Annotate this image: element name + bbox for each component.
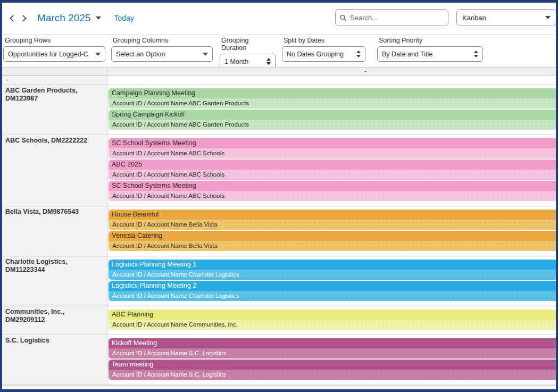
period-label[interactable]: March 2025 [37, 12, 90, 24]
group-rows-container: ABC Garden Products, DM123987Campaign Pl… [2, 85, 556, 385]
event-card[interactable]: Kickoff MeetingAccount ID / Account Name… [109, 338, 556, 358]
group-events-cell[interactable]: Logistics Planning Meeting 1Account ID /… [107, 256, 556, 306]
filter-label: Split by Dates [284, 37, 365, 44]
group-row-header[interactable]: Charlotte Logistics, DM11223344 [2, 256, 107, 306]
split-by-dates-select[interactable]: No Dates Grouping [282, 46, 365, 62]
spinner-icon[interactable] [356, 51, 361, 57]
event-subtitle: Account ID / Account Name Charlotte Logi… [109, 270, 556, 280]
group-label: Communities, Inc., DM29209112 [5, 308, 105, 324]
grouping-columns-select[interactable]: Select an Option [111, 46, 213, 62]
group-row: S.C. LogisticsKickoff MeetingAccount ID … [2, 335, 556, 385]
view-mode-select[interactable]: Kanban [456, 9, 556, 26]
event-card[interactable]: House BeautifulAccount ID / Account Name… [109, 210, 556, 230]
group-row-header[interactable]: ABC Schools, DM2222222 [2, 135, 107, 206]
sorting-priority-value: By Date and Title [382, 51, 471, 58]
event-title: House Beautiful [109, 210, 556, 220]
event-title: Logistics Planning Meeting 1 [109, 260, 556, 270]
event-title: ABC Planning [109, 310, 556, 320]
group-label: Charlotte Logistics, DM11223344 [5, 258, 105, 274]
next-period-icon[interactable] [20, 15, 27, 22]
event-subtitle: Account ID / Account Name Charlotte Logi… [109, 291, 556, 301]
group-events-cell[interactable]: Campaign Planning MeetingAccount ID / Ac… [107, 85, 556, 135]
grouping-columns-value: Select an Option [116, 51, 199, 58]
row-header-column [2, 68, 107, 75]
chevron-down-icon [95, 53, 101, 56]
placeholder-row-label: - [2, 76, 107, 85]
event-title: SC School Systems Meeting [109, 138, 556, 148]
filter-grouping-rows: Grouping Rows Opportunities for Logged-C [3, 37, 105, 62]
group-row-header[interactable]: ABC Garden Products, DM123987 [2, 85, 107, 135]
event-subtitle: Account ID / Account Name S.C. Logistics [109, 348, 556, 358]
sorting-priority-select[interactable]: By Date and Title [377, 46, 483, 62]
event-card[interactable]: Logistics Planning Meeting 2Account ID /… [109, 281, 556, 301]
split-by-dates-value: No Dates Grouping [287, 51, 353, 58]
search-input[interactable] [350, 14, 444, 22]
event-title: Spring Campaign Kickoff [109, 110, 556, 120]
search-box[interactable] [335, 9, 448, 26]
event-title: Kickoff Meeting [109, 338, 556, 348]
group-events-cell[interactable]: SC School Systems MeetingAccount ID / Ac… [107, 135, 556, 206]
event-card[interactable]: Venezia CateringAccount ID / Account Nam… [109, 231, 556, 251]
horizontal-scrollbar-track[interactable] [2, 385, 556, 389]
placeholder-row: - [2, 76, 556, 85]
period-dropdown-icon[interactable] [96, 16, 101, 20]
group-events-cell[interactable]: House BeautifulAccount ID / Account Name… [107, 206, 556, 256]
event-subtitle: Account ID / Account Name Communities, I… [109, 320, 556, 330]
group-row-header[interactable]: S.C. Logistics [2, 335, 107, 385]
event-subtitle: Account ID / Account Name ABC Garden Pro… [109, 120, 556, 130]
search-icon [340, 14, 346, 22]
date-navigation: March 2025 Today [11, 12, 134, 24]
chevron-down-icon [203, 53, 208, 56]
event-card[interactable]: SC School Systems MeetingAccount ID / Ac… [109, 181, 556, 201]
event-title: Team meeting [109, 360, 556, 370]
event-title: ABC 2025 [109, 160, 556, 170]
group-row-header[interactable]: Communities, Inc., DM29209112 [2, 306, 107, 335]
time-column-header: - [107, 68, 556, 75]
group-label: ABC Schools, DM2222222 [5, 137, 105, 145]
grouping-rows-select[interactable]: Opportunities for Logged-C [3, 46, 105, 62]
scheduler-window: March 2025 Today Kanban Grouping Rows Op… [0, 0, 558, 392]
today-button[interactable]: Today [114, 14, 134, 22]
filter-label: Grouping Columns [113, 37, 213, 44]
grouping-rows-value: Opportunities for Logged-C [8, 51, 92, 58]
spinner-icon[interactable] [474, 51, 478, 57]
filter-label: Sorting Priority [379, 37, 483, 44]
filter-sorting-priority: Sorting Priority By Date and Title [377, 37, 483, 62]
group-row: Charlotte Logistics, DM11223344Logistics… [2, 256, 556, 306]
event-card[interactable]: SC School Systems MeetingAccount ID / Ac… [109, 138, 556, 159]
event-subtitle: Account ID / Account Name ABC Garden Pro… [109, 98, 556, 109]
grouping-duration-value: 1 Month [224, 58, 263, 65]
column-header-label: - [364, 68, 367, 75]
group-label: S.C. Logistics [5, 337, 105, 345]
group-label: Bella Vista, DM9876543 [5, 208, 105, 216]
event-title: SC School Systems Meeting [109, 181, 556, 191]
group-row: ABC Garden Products, DM123987Campaign Pl… [2, 85, 556, 135]
event-card[interactable]: Logistics Planning Meeting 1Account ID /… [109, 260, 556, 280]
event-subtitle: Account ID / Account Name Bella Vista [109, 220, 556, 230]
event-subtitle: Account ID / Account Name S.C. Logistics [109, 370, 556, 380]
spinner-icon[interactable] [266, 58, 271, 65]
filter-grouping-duration: Grouping Duration 1 Month [220, 37, 276, 69]
group-row-header[interactable]: Bella Vista, DM9876543 [2, 206, 107, 256]
placeholder-row-cells[interactable] [107, 76, 556, 85]
previous-period-icon[interactable] [10, 15, 16, 22]
toolbar: March 2025 Today Kanban [2, 3, 556, 35]
event-card[interactable]: ABC 2025Account ID / Account Name ABC Sc… [109, 160, 556, 180]
group-row: Bella Vista, DM9876543House BeautifulAcc… [2, 206, 556, 256]
grid-column-header: - [2, 67, 556, 76]
group-events-cell[interactable]: Kickoff MeetingAccount ID / Account Name… [107, 335, 556, 385]
event-subtitle: Account ID / Account Name ABC Schools [109, 148, 556, 159]
view-mode-value: Kanban [462, 14, 545, 22]
group-events-cell[interactable]: ABC PlanningAccount ID / Account Name Co… [107, 306, 556, 335]
event-card[interactable]: ABC PlanningAccount ID / Account Name Co… [109, 310, 556, 330]
filter-label: Grouping Rows [5, 37, 105, 44]
event-card[interactable]: Spring Campaign KickoffAccount ID / Acco… [109, 110, 556, 130]
event-title: Campaign Planning Meeting [109, 88, 556, 98]
group-row: ABC Schools, DM2222222SC School Systems … [2, 135, 556, 206]
event-card[interactable]: Team meetingAccount ID / Account Name S.… [109, 360, 556, 380]
filter-split-by-dates: Split by Dates No Dates Grouping [282, 37, 365, 62]
chevron-down-icon [545, 16, 551, 19]
event-card[interactable]: Campaign Planning MeetingAccount ID / Ac… [109, 88, 556, 109]
event-subtitle: Account ID / Account Name ABC Schools [109, 191, 556, 201]
filter-label: Grouping Duration [221, 37, 276, 52]
